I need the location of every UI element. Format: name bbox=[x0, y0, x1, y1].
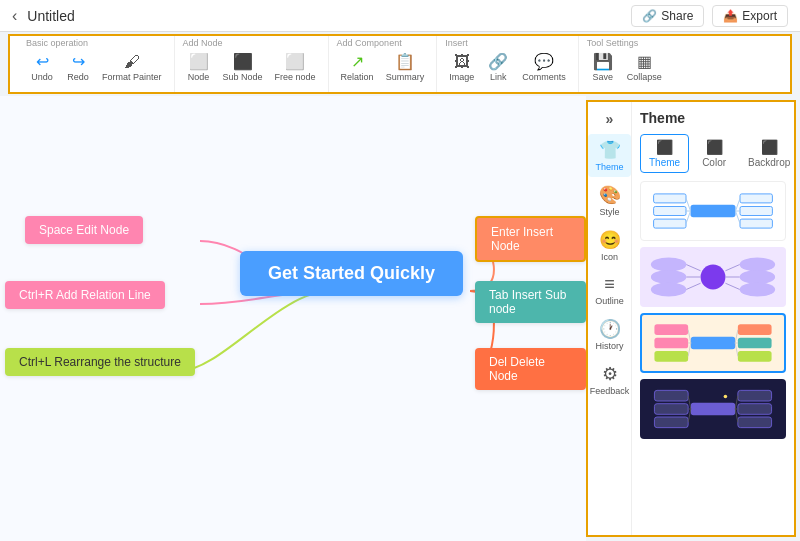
tab-theme-icon: ⬛ bbox=[656, 139, 673, 155]
sidebar-icon-feedback[interactable]: ⚙ Feedback bbox=[588, 358, 631, 401]
back-button[interactable]: ‹ bbox=[12, 7, 17, 25]
toolbar-link[interactable]: 🔗 Link bbox=[482, 50, 514, 84]
toolbar-image[interactable]: 🖼 Image bbox=[445, 51, 478, 84]
toolbar-subnode[interactable]: ⬛ Sub Node bbox=[219, 50, 267, 84]
save-icon: 💾 bbox=[593, 52, 613, 71]
sidebar-icon-theme[interactable]: 👕 Theme bbox=[588, 134, 631, 177]
toolbar-save[interactable]: 💾 Save bbox=[587, 50, 619, 84]
toolbar-format-painter[interactable]: 🖌 Format Painter bbox=[98, 51, 166, 84]
right-node-3[interactable]: Del Delete Node bbox=[475, 348, 586, 390]
toolbar: Basic operation ↩ Undo ↪ Redo 🖌 Format P… bbox=[8, 34, 792, 94]
left-node-2[interactable]: Ctrl+R Add Relation Line bbox=[5, 281, 165, 309]
left-node-1[interactable]: Space Edit Node bbox=[25, 216, 143, 244]
sidebar-panel: » 👕 Theme 🎨 Style 😊 Icon ≡ Outline bbox=[588, 102, 794, 535]
svg-point-15 bbox=[740, 270, 776, 284]
svg-line-20 bbox=[686, 265, 700, 271]
svg-rect-2 bbox=[740, 207, 772, 216]
right-node-2[interactable]: Tab Insert Sub node bbox=[475, 281, 586, 323]
history-icon: 🕐 bbox=[599, 318, 621, 340]
tab-color-icon: ⬛ bbox=[706, 139, 723, 155]
svg-line-38 bbox=[735, 343, 738, 356]
toolbar-addcomp-items: ↗ Relation 📋 Summary bbox=[337, 50, 429, 84]
svg-line-22 bbox=[686, 283, 700, 289]
sidebar-icon-outline[interactable]: ≡ Outline bbox=[588, 269, 631, 311]
icon-icon: 😊 bbox=[599, 229, 621, 251]
toolbar-summary[interactable]: 📋 Summary bbox=[382, 50, 429, 84]
toolbar-collapse[interactable]: ▦ Collapse bbox=[623, 50, 666, 84]
sidebar-icon-style[interactable]: 🎨 Style bbox=[588, 179, 631, 222]
svg-point-13 bbox=[701, 265, 726, 290]
toolbar-group-basic-label: Basic operation bbox=[26, 38, 88, 48]
link-icon: 🔗 bbox=[488, 52, 508, 71]
theme-grid bbox=[640, 181, 786, 439]
toolbar-freenode[interactable]: ⬜ Free node bbox=[271, 50, 320, 84]
theme-card-white[interactable] bbox=[640, 181, 786, 241]
svg-rect-45 bbox=[654, 404, 688, 415]
sidebar-content: Theme ⬛ Theme ⬛ Color ⬛ Backdrop bbox=[632, 102, 794, 535]
svg-point-19 bbox=[651, 282, 687, 296]
toolbar-group-insert: Insert 🖼 Image 🔗 Link 💬 Comments bbox=[437, 36, 579, 92]
svg-rect-1 bbox=[740, 194, 772, 203]
image-icon: 🖼 bbox=[454, 53, 470, 71]
left-node-3[interactable]: Ctrl+L Rearrange the structure bbox=[5, 348, 195, 376]
svg-rect-28 bbox=[738, 338, 772, 349]
redo-icon: ↪ bbox=[72, 52, 85, 71]
svg-point-18 bbox=[651, 270, 687, 284]
freenode-icon: ⬜ bbox=[285, 52, 305, 71]
svg-rect-43 bbox=[738, 417, 772, 428]
feedback-icon: ⚙ bbox=[602, 363, 618, 385]
toolbar-undo[interactable]: ↩ Undo bbox=[26, 50, 58, 84]
toolbar-comments[interactable]: 💬 Comments bbox=[518, 50, 570, 84]
svg-point-14 bbox=[740, 257, 776, 271]
svg-rect-41 bbox=[738, 390, 772, 401]
tab-color[interactable]: ⬛ Color bbox=[693, 134, 735, 173]
theme-card-purple[interactable] bbox=[640, 247, 786, 307]
center-node[interactable]: Get Started Quickly bbox=[240, 251, 463, 296]
toolbar-group-addnode: Add Node ⬜ Node ⬛ Sub Node ⬜ Free node bbox=[175, 36, 329, 92]
toolbar-group-insert-label: Insert bbox=[445, 38, 468, 48]
right-node-1[interactable]: Enter Insert Node bbox=[475, 216, 586, 262]
theme-card-orange[interactable] bbox=[640, 313, 786, 373]
svg-rect-46 bbox=[654, 417, 688, 428]
svg-rect-32 bbox=[654, 351, 688, 362]
tab-theme[interactable]: ⬛ Theme bbox=[640, 134, 689, 173]
theme-preview-orange bbox=[642, 315, 784, 371]
sidebar-icon-history[interactable]: 🕐 History bbox=[588, 313, 631, 356]
toolbar-node[interactable]: ⬜ Node bbox=[183, 50, 215, 84]
svg-line-35 bbox=[688, 343, 691, 356]
summary-icon: 📋 bbox=[395, 52, 415, 71]
toolbar-group-basic: Basic operation ↩ Undo ↪ Redo 🖌 Format P… bbox=[18, 36, 175, 92]
page-title: Untitled bbox=[27, 8, 74, 24]
theme-preview-purple bbox=[642, 249, 784, 305]
toolbar-addnode-items: ⬜ Node ⬛ Sub Node ⬜ Free node bbox=[183, 50, 320, 84]
tab-backdrop[interactable]: ⬛ Backdrop bbox=[739, 134, 794, 173]
svg-line-10 bbox=[736, 198, 741, 211]
sidebar-icon-icon[interactable]: 😊 Icon bbox=[588, 224, 631, 267]
svg-rect-0 bbox=[691, 205, 736, 218]
node-icon: ⬜ bbox=[189, 52, 209, 71]
svg-point-17 bbox=[651, 257, 687, 271]
toolbar-group-addcomp: Add Component ↗ Relation 📋 Summary bbox=[329, 36, 438, 92]
svg-rect-30 bbox=[654, 324, 688, 335]
collapse-icon: ▦ bbox=[637, 52, 652, 71]
canvas[interactable]: Get Started Quickly Space Edit Node Ctrl… bbox=[0, 96, 586, 541]
svg-rect-42 bbox=[738, 404, 772, 415]
share-button[interactable]: 🔗 Share bbox=[631, 5, 704, 27]
toolbar-insert-items: 🖼 Image 🔗 Link 💬 Comments bbox=[445, 50, 570, 84]
main-area: Get Started Quickly Space Edit Node Ctrl… bbox=[0, 96, 800, 541]
sidebar-expand[interactable]: » bbox=[588, 106, 631, 132]
svg-rect-4 bbox=[654, 194, 686, 203]
outline-icon: ≡ bbox=[604, 274, 615, 295]
style-icon: 🎨 bbox=[599, 184, 621, 206]
export-button[interactable]: 📤 Export bbox=[712, 5, 788, 27]
toolbar-basic-items: ↩ Undo ↪ Redo 🖌 Format Painter bbox=[26, 50, 166, 84]
svg-line-23 bbox=[725, 265, 739, 271]
sidebar: » 👕 Theme 🎨 Style 😊 Icon ≡ Outline bbox=[586, 100, 796, 537]
theme-card-dark[interactable] bbox=[640, 379, 786, 439]
theme-tabs: ⬛ Theme ⬛ Color ⬛ Backdrop bbox=[640, 134, 786, 173]
toolbar-relation[interactable]: ↗ Relation bbox=[337, 50, 378, 84]
export-icon: 📤 bbox=[723, 9, 738, 23]
toolbar-redo[interactable]: ↪ Redo bbox=[62, 50, 94, 84]
title-actions: 🔗 Share 📤 Export bbox=[631, 5, 788, 27]
toolbar-group-toolsettings: Tool Settings 💾 Save ▦ Collapse bbox=[579, 36, 674, 92]
